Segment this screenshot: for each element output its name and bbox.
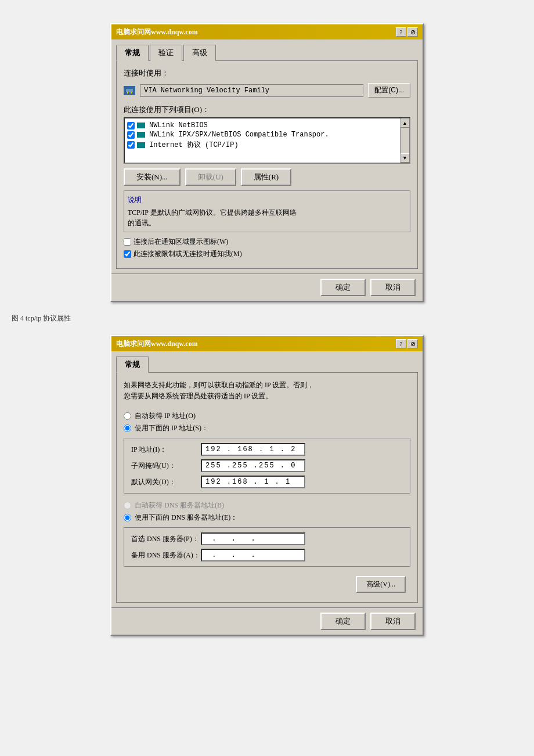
notify-checkbox[interactable] (124, 250, 131, 258)
properties-button[interactable]: 属性(R) (241, 168, 291, 186)
connect-label: 连接时使用： (124, 68, 410, 78)
svg-rect-2 (127, 92, 128, 93)
auto-ip-radio[interactable] (124, 412, 131, 420)
description-box: 说明 TCP/IP 是默认的广域网协议。它提供跨越多种互联网络 的通讯。 (124, 190, 410, 232)
close-button2[interactable]: ⊘ (407, 339, 418, 348)
tab-bar: 常规 验证 高级 (116, 44, 418, 60)
tab-general2[interactable]: 常规 (116, 357, 149, 373)
network-card-icon (125, 87, 134, 94)
list-item: NWLink NetBIOS (127, 121, 398, 130)
help-button2[interactable]: ? (396, 339, 406, 348)
preferred-dns-row: 首选 DNS 服务器(P)： (131, 532, 403, 545)
nwlink-netbios-checkbox[interactable] (127, 122, 135, 129)
advanced-button[interactable]: 高级(V)... (356, 576, 406, 593)
advanced-btn-row: 高级(V)... (124, 574, 410, 595)
close-button[interactable]: ⊘ (407, 27, 418, 37)
show-icon-checkbox[interactable] (124, 238, 131, 246)
svg-rect-3 (131, 92, 132, 93)
checklist-items: NWLink NetBIOS NWLink IPX/SPX/NetBIOS Co… (125, 118, 409, 153)
alternate-dns-label: 备用 DNS 服务器(A)： (131, 550, 201, 560)
install-button[interactable]: 安装(N)... (124, 168, 181, 186)
dialog1-content: 常规 验证 高级 连接时使用： VIA Networking Ve (111, 39, 423, 273)
manual-ip-radio[interactable] (124, 424, 131, 432)
ok-button2[interactable]: 确定 (320, 613, 366, 630)
description-title: 说明 (128, 195, 406, 205)
checklist-container: NWLink NetBIOS NWLink IPX/SPX/NetBIOS Co… (124, 117, 410, 164)
ip-fields: IP 地址(I)： 子网掩码(U)： 默认网关(D)： (131, 443, 403, 488)
item-label: Internet 协议 (TCP/IP) (149, 140, 239, 150)
titlebar1: 电脑求问网www.dnqw.com ? ⊘ (111, 24, 423, 39)
auto-dns-radio[interactable] (124, 502, 131, 509)
list-item: Internet 协议 (TCP/IP) (127, 139, 398, 150)
auto-ip-label: 自动获得 IP 地址(O) (135, 411, 196, 421)
description-text: TCP/IP 是默认的广域网协议。它提供跨越多种互联网络 的通讯。 (128, 207, 406, 228)
subnet-input[interactable] (201, 459, 305, 472)
alternate-dns-input[interactable] (201, 549, 305, 561)
dns-fields-group: 首选 DNS 服务器(P)： 备用 DNS 服务器(A)： (124, 527, 410, 567)
tab-general[interactable]: 常规 (116, 45, 149, 61)
ip-radio-group: 自动获得 IP 地址(O) 使用下面的 IP 地址(S)： (124, 411, 410, 433)
config-button[interactable]: 配置(C)... (368, 83, 410, 98)
manual-dns-label: 使用下面的 DNS 服务器地址(E)： (135, 513, 237, 523)
adapter-row: VIA Networking Velocity Family 配置(C)... (124, 83, 410, 98)
scroll-down[interactable]: ▼ (400, 153, 410, 163)
show-icon-label: 连接后在通知区域显示图标(W) (134, 237, 228, 247)
dialog2-content: 常规 如果网络支持此功能，则可以获取自动指派的 IP 设置。否则， 您需要从网络… (111, 351, 423, 607)
subnet-label: 子网掩码(U)： (131, 461, 201, 471)
list-label: 此连接使用下列项目(O)： (124, 105, 410, 115)
manual-ip-label: 使用下面的 IP 地址(S)： (135, 423, 208, 433)
dialog2-footer: 确定 取消 (111, 607, 423, 635)
alternate-dns-row: 备用 DNS 服务器(A)： (131, 549, 403, 561)
auto-dns-row: 自动获得 DNS 服务器地址(B) (124, 501, 410, 510)
gateway-label: 默认网关(D)： (131, 477, 201, 487)
scroll-up[interactable]: ▲ (400, 118, 410, 128)
net-icon (137, 142, 145, 148)
titlebar2: 电脑求问网www.dnqw.com ? ⊘ (111, 336, 423, 351)
adapter-icon (124, 86, 135, 95)
dialog1: 电脑求问网www.dnqw.com ? ⊘ 常规 验证 高级 连接时使用： (110, 23, 424, 302)
adapter-name: VIA Networking Velocity Family (140, 84, 363, 97)
preferred-dns-input[interactable] (201, 532, 305, 545)
title1: 电脑求问网www.dnqw.com (116, 27, 198, 37)
title2: 电脑求问网www.dnqw.com (116, 339, 198, 349)
gateway-input[interactable] (201, 476, 305, 488)
ip-label: IP 地址(I)： (131, 445, 201, 455)
net-icon (137, 132, 145, 138)
preferred-dns-label: 首选 DNS 服务器(P)： (131, 534, 201, 544)
title-buttons: ? ⊘ (396, 27, 418, 37)
dialog1-footer: 确定 取消 (111, 273, 423, 301)
svg-rect-1 (126, 89, 133, 92)
show-icon-check-row: 连接后在通知区域显示图标(W) (124, 237, 410, 247)
internet-protocol-checkbox[interactable] (127, 141, 135, 149)
tab-advanced[interactable]: 高级 (183, 45, 216, 61)
manual-ip-row: 使用下面的 IP 地址(S)： (124, 423, 410, 433)
tab-bar2: 常规 (116, 356, 418, 372)
auto-ip-row: 自动获得 IP 地址(O) (124, 411, 410, 421)
subnet-row: 子网掩码(U)： (131, 459, 403, 472)
caption: 图 4 tcp/ip 协议属性 (12, 314, 71, 323)
scrollbar: ▲ ▼ (400, 118, 409, 163)
uninstall-button[interactable]: 卸载(U) (185, 168, 236, 186)
help-button[interactable]: ? (396, 27, 406, 37)
action-buttons: 安装(N)... 卸载(U) 属性(R) (124, 168, 410, 186)
net-icon (137, 123, 145, 128)
list-item: NWLink IPX/SPX/NetBIOS Compatible Transp… (127, 130, 398, 139)
notify-check-row: 此连接被限制或无连接时通知我(M) (124, 249, 410, 259)
dns-section: 自动获得 DNS 服务器地址(B) 使用下面的 DNS 服务器地址(E)： 首选… (124, 501, 410, 567)
item-label: NWLink NetBIOS (149, 121, 208, 129)
nwlink-ipx-checkbox[interactable] (127, 131, 135, 139)
ok-button[interactable]: 确定 (320, 279, 366, 296)
tab-auth[interactable]: 验证 (150, 45, 182, 61)
manual-dns-row: 使用下面的 DNS 服务器地址(E)： (124, 513, 410, 523)
item-label: NWLink IPX/SPX/NetBIOS Compatible Transp… (149, 131, 329, 139)
cancel-button2[interactable]: 取消 (370, 613, 416, 630)
dialog2: 电脑求问网www.dnqw.com ? ⊘ 常规 如果网络支持此功能，则可以获取… (110, 335, 424, 636)
tab-panel2: 如果网络支持此功能，则可以获取自动指派的 IP 设置。否则， 您需要从网络系统管… (116, 372, 418, 603)
section-desc: 如果网络支持此功能，则可以获取自动指派的 IP 设置。否则， 您需要从网络系统管… (124, 380, 410, 402)
manual-dns-radio[interactable] (124, 514, 131, 521)
ip-input[interactable] (201, 443, 305, 456)
scroll-track (400, 128, 409, 153)
dns-radio-group: 自动获得 DNS 服务器地址(B) 使用下面的 DNS 服务器地址(E)： (124, 501, 410, 523)
cancel-button[interactable]: 取消 (370, 279, 416, 296)
tab-panel-general: 连接时使用： VIA Networking Velocity Family 配置… (116, 60, 418, 269)
